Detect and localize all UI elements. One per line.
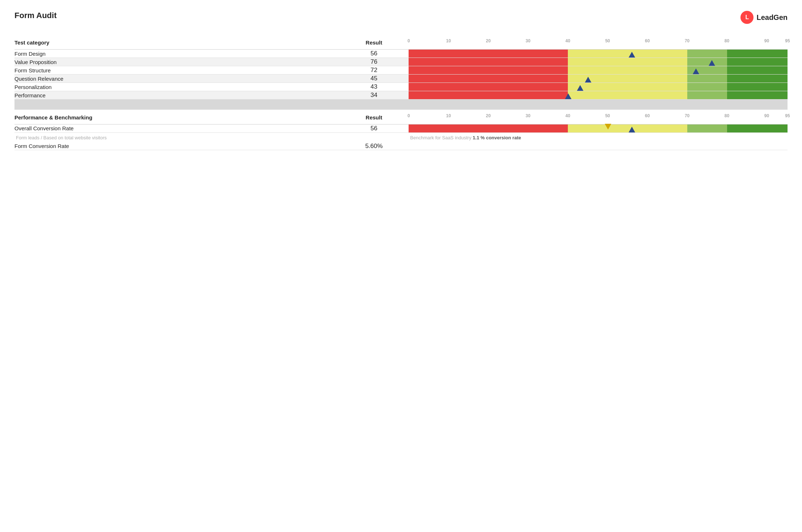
bar-gd-prf (727, 91, 788, 99)
header-category-s2: Performance & Benchmarking (14, 110, 339, 124)
bar-red-qr (409, 75, 568, 83)
marker-form-structure (693, 68, 699, 74)
bar-gl-ocr (687, 124, 727, 132)
category-question-relevance: Question Relevance (14, 75, 339, 83)
category-performance: Performance (14, 91, 339, 100)
s2-scale-90: 90 (764, 113, 769, 118)
bar-red-ocr (409, 124, 568, 132)
row-personalization: Personalization 43 (14, 83, 788, 91)
category-personalization: Personalization (14, 83, 339, 91)
s2-scale-60: 60 (645, 113, 650, 118)
marker-ocr-down (605, 124, 611, 130)
note-left: Form leads / Based on total website visi… (14, 132, 339, 143)
chart-question-relevance (409, 75, 788, 83)
result-form-design: 56 (339, 50, 409, 58)
result-performance: 34 (339, 91, 409, 100)
bar-gl-per (687, 83, 727, 91)
result-personalization: 43 (339, 83, 409, 91)
scale-30: 30 (525, 38, 530, 43)
audit-table: Test category Result 0 10 20 30 40 50 60… (14, 35, 788, 150)
bar-yellow-fs (568, 66, 687, 74)
header-category: Test category (14, 35, 339, 50)
bar-yellow-ocr (568, 124, 687, 132)
bar-overall-conversion (409, 124, 788, 132)
result-form-conversion: 5.60% (339, 143, 409, 150)
category-overall-conversion: Overall Conversion Rate (14, 124, 339, 132)
row-form-design: Form Design 56 (14, 50, 788, 58)
header-result-s2: Result (339, 110, 409, 124)
result-overall-conversion: 56 (339, 124, 409, 132)
bar-red-vp (409, 58, 568, 66)
bar-red-per (409, 83, 568, 91)
scale-20: 20 (486, 38, 490, 43)
separator-cell (14, 100, 788, 110)
bar-yellow-prf (568, 91, 687, 99)
chart-performance (409, 91, 788, 100)
bar-gl-prf (687, 91, 727, 99)
result-value-proposition: 76 (339, 58, 409, 66)
bar-value-proposition (409, 58, 788, 66)
category-value-proposition: Value Proposition (14, 58, 339, 66)
chart-form-structure (409, 66, 788, 75)
chart-form-conversion (409, 143, 788, 150)
result-form-structure: 72 (339, 66, 409, 75)
header-scale: 0 10 20 30 40 50 60 70 80 90 95 (409, 35, 788, 50)
s2-scale-70: 70 (685, 113, 689, 118)
bar-performance (409, 91, 788, 99)
page-title: Form Audit (14, 11, 57, 20)
separator (14, 100, 788, 110)
logo-area: L LeadGen (740, 11, 788, 24)
row-form-structure: Form Structure 72 (14, 66, 788, 75)
scale-bar: 0 10 20 30 40 50 60 70 80 90 95 (409, 38, 788, 46)
marker-performance (565, 93, 571, 99)
row-performance: Performance 34 (14, 91, 788, 100)
note-result-empty (339, 132, 409, 143)
s2-scale-50: 50 (605, 113, 610, 118)
scale-80: 80 (725, 38, 729, 43)
s2-scale-20: 20 (486, 113, 490, 118)
section2-header: Performance & Benchmarking Result 0 10 2… (14, 110, 788, 124)
row-value-proposition: Value Proposition 76 (14, 58, 788, 66)
note-right-bold: 1.1 % conversion rate (473, 135, 521, 140)
bar-form-design (409, 50, 788, 58)
s2-scale-30: 30 (525, 113, 530, 118)
scale-10: 10 (446, 38, 451, 43)
logo-icon: L (740, 11, 754, 24)
marker-ocr-up (629, 127, 635, 132)
row-overall-conversion: Overall Conversion Rate 56 (14, 124, 788, 132)
logo-name: LeadGen (756, 13, 788, 22)
bar-yellow-vp (568, 58, 687, 66)
scale-60: 60 (645, 38, 650, 43)
section1-header: Test category Result 0 10 20 30 40 50 60… (14, 35, 788, 50)
chart-personalization (409, 83, 788, 91)
scale-bar-s2: 0 10 20 30 40 50 60 70 80 90 95 (409, 113, 788, 121)
scale-70: 70 (685, 38, 689, 43)
s2-scale-10: 10 (446, 113, 451, 118)
marker-question-relevance (585, 77, 591, 83)
bar-gd-form-design (727, 50, 788, 58)
scale-40: 40 (565, 38, 570, 43)
bar-red-fs (409, 66, 568, 74)
category-form-design: Form Design (14, 50, 339, 58)
chart-overall-conversion (409, 124, 788, 132)
scale-95: 95 (785, 38, 790, 43)
chart-value-proposition (409, 58, 788, 66)
bar-red-form-design (409, 50, 568, 58)
category-form-conversion: Form Conversion Rate (14, 143, 339, 150)
bar-gd-ocr (727, 124, 788, 132)
scale-90: 90 (764, 38, 769, 43)
note-right-prefix: Benchmark for SaaS industry (410, 135, 473, 140)
s2-scale-40: 40 (565, 113, 570, 118)
marker-form-design (629, 52, 635, 58)
marker-value-proposition (709, 60, 715, 66)
s2-scale-80: 80 (725, 113, 729, 118)
bar-gd-qr (727, 75, 788, 83)
bar-gd-fs (727, 66, 788, 74)
result-question-relevance: 45 (339, 75, 409, 83)
bar-gl-form-design (687, 50, 727, 58)
bar-gd-vp (727, 58, 788, 66)
chart-form-design (409, 50, 788, 58)
s2-scale-95: 95 (785, 113, 790, 118)
bar-form-structure (409, 66, 788, 74)
row-question-relevance: Question Relevance 45 (14, 75, 788, 83)
